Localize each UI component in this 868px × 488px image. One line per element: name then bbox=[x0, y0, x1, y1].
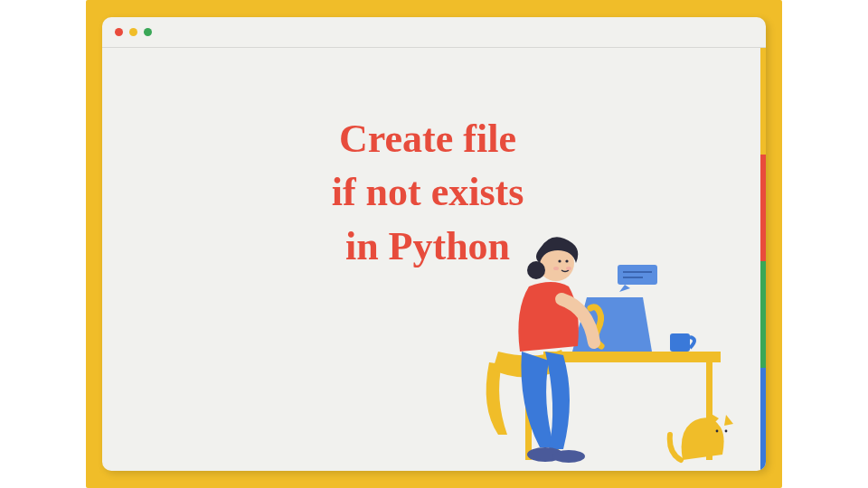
window-titlebar bbox=[102, 17, 766, 48]
svg-point-16 bbox=[716, 430, 719, 433]
speech-bubble-icon bbox=[618, 265, 657, 292]
browser-window: Create file if not exists in Python bbox=[102, 17, 766, 471]
stripe-blue bbox=[760, 368, 766, 471]
svg-rect-2 bbox=[543, 352, 721, 362]
svg-point-17 bbox=[725, 430, 728, 433]
stripe-yellow bbox=[760, 48, 766, 155]
svg-rect-3 bbox=[670, 333, 690, 352]
svg-rect-4 bbox=[618, 265, 657, 285]
maximize-icon bbox=[144, 28, 152, 36]
woman-at-desk-illustration bbox=[446, 200, 753, 471]
stripe-red bbox=[760, 155, 766, 261]
close-icon bbox=[115, 28, 123, 36]
title-line-1: Create file bbox=[339, 117, 516, 161]
cat-icon bbox=[670, 413, 733, 460]
svg-point-13 bbox=[565, 259, 568, 262]
svg-point-12 bbox=[558, 259, 561, 262]
svg-point-14 bbox=[553, 267, 559, 270]
mug-icon bbox=[670, 333, 694, 352]
svg-point-11 bbox=[527, 261, 545, 279]
stripe-green bbox=[760, 261, 766, 368]
minimize-icon bbox=[129, 28, 137, 36]
svg-point-15 bbox=[566, 267, 571, 270]
svg-point-9 bbox=[552, 450, 585, 463]
